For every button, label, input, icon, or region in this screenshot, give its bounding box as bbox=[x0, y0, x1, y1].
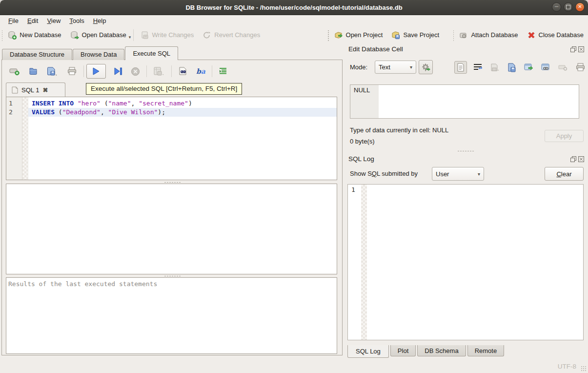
close-database-icon bbox=[527, 31, 536, 40]
sql-tab-label: SQL 1 bbox=[21, 86, 39, 94]
new-database-icon bbox=[8, 31, 17, 40]
tab-plot[interactable]: Plot bbox=[390, 345, 416, 356]
mode-value: Text bbox=[379, 63, 390, 71]
find-button[interactable] bbox=[174, 65, 192, 78]
execute-sql-panel: ba SQL 1 ✖ Execute all/selected SQL [Ctr… bbox=[1, 60, 343, 355]
minimize-icon[interactable]: ─ bbox=[552, 2, 561, 12]
attach-database-button[interactable]: Attach Database bbox=[455, 29, 522, 41]
close-dock-icon[interactable] bbox=[578, 46, 584, 52]
revert-changes-button: Revert Changes bbox=[198, 29, 264, 41]
log-content bbox=[367, 185, 583, 340]
open-project-icon bbox=[334, 31, 343, 40]
dock-splitter-handle[interactable] bbox=[343, 149, 588, 152]
revert-changes-icon bbox=[203, 31, 211, 40]
tab-remote[interactable]: Remote bbox=[467, 345, 505, 356]
format-sql-button[interactable] bbox=[215, 66, 231, 77]
import-data-button bbox=[488, 61, 501, 74]
sql-log-view[interactable]: 1 bbox=[347, 184, 584, 340]
open-database-button[interactable]: Open Database bbox=[66, 29, 131, 41]
cell-value-area[interactable] bbox=[379, 85, 579, 118]
chevron-down-icon: ▾ bbox=[406, 64, 412, 70]
sql-toolbar-separator bbox=[83, 65, 84, 77]
menu-help[interactable]: Help bbox=[89, 16, 111, 25]
print-cell-button[interactable] bbox=[574, 61, 587, 74]
sql-log-filter-select[interactable]: User ▾ bbox=[432, 167, 484, 181]
dock-tab-bar: SQL Log Plot DB Schema Remote bbox=[347, 345, 506, 358]
cell-type-info: Type of data currently in cell: NULL bbox=[350, 126, 448, 134]
save-project-icon bbox=[391, 31, 400, 40]
sql-editor[interactable]: 1 2 INSERT INTO "hero" ("name", "secret_… bbox=[6, 97, 337, 180]
close-dock-icon[interactable] bbox=[578, 156, 584, 162]
cell-value-editor[interactable]: NULL bbox=[350, 84, 579, 119]
execute-line-button[interactable] bbox=[110, 66, 126, 77]
toolbar-handle[interactable] bbox=[1, 29, 2, 41]
chevron-down-icon: ▾ bbox=[474, 171, 480, 177]
execute-tooltip: Execute all/selected SQL [Ctrl+Return, F… bbox=[86, 83, 242, 95]
fold-margin bbox=[22, 97, 28, 180]
main-toolbar: New Database Open Database ▾ Write Chang… bbox=[0, 26, 588, 44]
write-changes-button: Write Changes bbox=[136, 29, 199, 41]
tab-sql-log[interactable]: SQL Log bbox=[347, 345, 389, 358]
window-controls: ─ ✕ bbox=[552, 2, 585, 12]
open-sql-file-button[interactable] bbox=[24, 65, 42, 78]
menu-tools[interactable]: Tools bbox=[65, 16, 88, 25]
find-replace-button[interactable]: ba bbox=[192, 66, 209, 77]
toolbar-handle[interactable] bbox=[327, 29, 328, 41]
edit-cell-title: Edit Database Cell bbox=[348, 45, 403, 53]
line-number: 2 bbox=[6, 108, 22, 117]
write-changes-icon bbox=[141, 31, 149, 40]
new-sql-tab-button[interactable] bbox=[5, 65, 24, 78]
open-external-button[interactable] bbox=[523, 61, 535, 74]
float-dock-icon[interactable] bbox=[570, 156, 576, 162]
open-database-icon bbox=[70, 31, 79, 40]
maximize-icon[interactable] bbox=[564, 2, 573, 12]
cell-editor-toolbar bbox=[454, 61, 587, 74]
text-mode-button[interactable] bbox=[454, 61, 467, 74]
filter-value: User bbox=[436, 170, 449, 178]
edit-cell-header: Edit Database Cell bbox=[348, 45, 584, 53]
window-title: DB Browser for SQLite - /home/user/code/… bbox=[185, 4, 402, 11]
code-area[interactable]: INSERT INTO "hero" ("name", "secret_name… bbox=[28, 97, 337, 180]
apply-button: Apply bbox=[545, 130, 584, 142]
encoding-status: UTF-8 bbox=[558, 363, 576, 370]
menu-file[interactable]: File bbox=[4, 16, 23, 25]
open-project-button[interactable]: Open Project bbox=[330, 29, 387, 41]
float-dock-icon[interactable] bbox=[570, 46, 576, 52]
close-database-button[interactable]: Close Database bbox=[523, 29, 588, 41]
menu-view[interactable]: View bbox=[42, 16, 65, 25]
mode-select[interactable]: Text ▾ bbox=[375, 61, 416, 74]
menubar: File Edit View Tools Help bbox=[0, 15, 588, 26]
tab-browse-data[interactable]: Browse Data bbox=[73, 49, 124, 60]
tab-db-schema[interactable]: DB Schema bbox=[417, 345, 466, 356]
auto-apply-button[interactable] bbox=[419, 60, 433, 74]
toolbar-handle[interactable] bbox=[452, 29, 454, 41]
resize-grip[interactable] bbox=[581, 366, 587, 372]
print-button[interactable] bbox=[63, 65, 81, 78]
save-sql-file-button[interactable] bbox=[42, 65, 62, 78]
sql-log-title: SQL Log bbox=[348, 155, 374, 163]
execute-all-button[interactable] bbox=[86, 64, 106, 79]
clear-log-button[interactable]: Clear bbox=[545, 167, 584, 181]
export-data-button[interactable] bbox=[506, 61, 518, 74]
menu-edit[interactable]: Edit bbox=[23, 16, 42, 25]
cell-null-label: NULL bbox=[350, 85, 379, 118]
gear-arrow-icon bbox=[421, 62, 431, 72]
results-placeholder: Results of the last executed statements bbox=[8, 280, 157, 288]
sql-document-tab[interactable]: SQL 1 ✖ bbox=[6, 83, 65, 97]
app-window: DB Browser for SQLite - /home/user/code/… bbox=[0, 0, 588, 373]
line-number: 1 bbox=[6, 99, 22, 108]
new-database-button[interactable]: New Database bbox=[3, 29, 65, 41]
tab-execute-sql[interactable]: Execute SQL bbox=[125, 46, 178, 60]
tab-database-structure[interactable]: Database Structure bbox=[2, 49, 72, 60]
save-project-button[interactable]: Save Project bbox=[387, 29, 444, 41]
mode-label: Mode: bbox=[350, 63, 367, 71]
close-tab-icon[interactable]: ✖ bbox=[42, 86, 48, 94]
close-icon[interactable]: ✕ bbox=[575, 2, 585, 12]
link-cell-button[interactable] bbox=[540, 61, 552, 74]
save-results-button bbox=[149, 65, 169, 78]
word-wrap-button[interactable] bbox=[471, 61, 484, 74]
sql-toolbar-separator bbox=[171, 65, 172, 77]
right-dock: Edit Database Cell Mode: Text ▾ NULL bbox=[343, 44, 588, 360]
open-database-dropdown-icon[interactable]: ▾ bbox=[129, 35, 131, 40]
cell-size-info: 0 byte(s) bbox=[350, 138, 375, 145]
